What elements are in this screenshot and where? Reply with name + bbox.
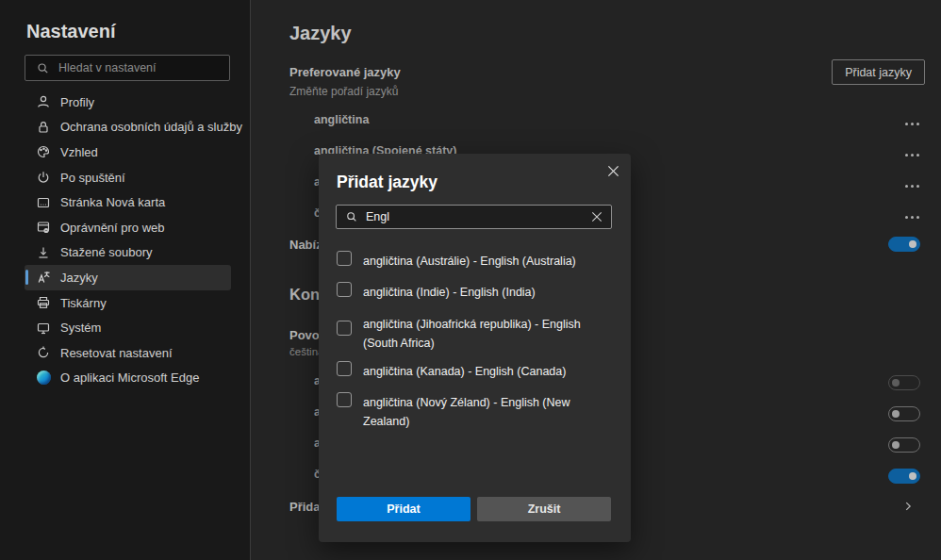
sidebar-item-vzhled[interactable]: Vzhled <box>25 140 231 165</box>
sidebar-item-nova-karta[interactable]: Stránka Nová karta <box>25 189 231 215</box>
sidebar-item-label: Profily <box>60 95 94 109</box>
offer-translation-toggle[interactable] <box>888 237 920 252</box>
sidebar-nav: Profily Ochrana osobních údajů a služby … <box>25 90 231 390</box>
download-icon <box>36 245 51 260</box>
sidebar-item-o-aplikaci[interactable]: O aplikaci Microsoft Edge <box>25 366 231 391</box>
sidebar-item-po-spusteni[interactable]: Po spuštění <box>25 165 231 190</box>
more-options-icon[interactable] <box>905 210 919 223</box>
sidebar-item-profily[interactable]: Profily <box>25 90 231 115</box>
language-option[interactable]: angličtina (Indie) - English (India) <box>337 283 606 302</box>
settings-search-box[interactable] <box>25 55 230 81</box>
language-row: angličtina <box>314 113 369 126</box>
sidebar-item-resetovat[interactable]: Resetovat nastavení <box>25 340 231 366</box>
sidebar-item-ochrana-udaju[interactable]: Ochrana osobních údajů a služby <box>25 115 231 140</box>
spellcheck-toggle[interactable] <box>888 437 920 453</box>
lock-icon <box>36 120 51 135</box>
close-icon[interactable] <box>604 162 621 179</box>
sidebar-item-jazyky[interactable]: Jazyky <box>25 265 231 290</box>
language-option[interactable]: angličtina (Jihoafrická republika) - Eng… <box>337 315 606 353</box>
dialog-search-input[interactable] <box>366 210 584 223</box>
language-option-label: angličtina (Jihoafrická republika) - Eng… <box>363 315 606 353</box>
power-icon <box>36 170 51 185</box>
sidebar-item-label: O aplikaci Microsoft Edge <box>60 371 199 385</box>
clear-search-icon[interactable] <box>591 211 603 222</box>
edge-settings-window: Nastavení Profily <box>0 0 941 560</box>
sidebar-item-label: Oprávnění pro web <box>60 221 165 235</box>
spellcheck-toggle[interactable] <box>888 469 920 484</box>
sidebar-item-label: Systém <box>60 321 101 335</box>
dialog-cancel-button[interactable]: Zrušit <box>477 497 611 521</box>
language-option[interactable]: angličtina (Austrálie) - English (Austra… <box>337 252 606 271</box>
add-languages-dialog: Přidat jazyky angličtina (Austrálie) - E… <box>319 154 631 542</box>
printer-icon <box>36 295 51 310</box>
sidebar-item-stazene-soubory[interactable]: Stažené soubory <box>25 240 231 266</box>
search-icon <box>345 210 358 223</box>
site-permissions-icon <box>36 220 51 235</box>
checkbox[interactable] <box>337 392 352 407</box>
language-option-label: angličtina (Nový Zéland) - English (New … <box>363 393 606 431</box>
more-options-icon[interactable] <box>905 117 919 130</box>
page-title: Jazyky <box>289 23 352 44</box>
checkbox[interactable] <box>337 282 352 297</box>
settings-search-input[interactable] <box>58 61 220 74</box>
checkbox[interactable] <box>337 321 352 336</box>
checkbox[interactable] <box>337 361 352 376</box>
palette-icon <box>36 144 51 159</box>
chevron-right-icon[interactable] <box>901 500 915 517</box>
preferred-languages-heading: Preferované jazyky <box>289 65 401 79</box>
language-option[interactable]: angličtina (Nový Zéland) - English (New … <box>337 393 606 431</box>
sidebar-item-label: Po spuštění <box>60 171 125 185</box>
spellcheck-heading: Kon <box>289 286 320 304</box>
new-tab-page-icon <box>36 195 51 210</box>
person-icon <box>36 94 51 109</box>
edge-logo-icon <box>36 371 51 386</box>
dialog-add-button[interactable]: Přidat <box>337 497 470 521</box>
dialog-search-box[interactable] <box>336 205 612 229</box>
add-languages-button[interactable]: Přidat jazyky <box>832 59 925 85</box>
sidebar-item-label: Ochrana osobních údajů a služby <box>60 120 242 134</box>
search-icon <box>35 60 50 75</box>
language-option-label: angličtina (Indie) - English (India) <box>363 283 606 302</box>
sidebar-item-system[interactable]: Systém <box>25 315 231 340</box>
checkbox[interactable] <box>337 251 352 266</box>
reset-icon <box>36 345 51 360</box>
sidebar-item-tiskarny[interactable]: Tiskárny <box>25 290 231 316</box>
preferred-languages-subheading: Změňte pořadí jazyků <box>289 85 398 98</box>
language-option[interactable]: angličtina (Kanada) - English (Canada) <box>337 362 606 381</box>
spellcheck-toggle[interactable] <box>888 406 920 421</box>
sidebar-item-label: Tiskárny <box>60 296 107 310</box>
sidebar-item-label: Jazyky <box>60 271 98 285</box>
settings-sidebar: Nastavení Profily <box>0 0 251 560</box>
language-option-label: angličtina (Kanada) - English (Canada) <box>363 362 606 381</box>
dialog-title: Přidat jazyky <box>337 173 437 192</box>
sidebar-item-label: Resetovat nastavení <box>60 346 173 360</box>
more-options-icon[interactable] <box>905 179 919 192</box>
sidebar-item-label: Vzhled <box>60 145 98 159</box>
more-options-icon[interactable] <box>905 148 919 161</box>
monitor-icon <box>36 321 51 336</box>
language-option-label: angličtina (Austrálie) - English (Austra… <box>363 252 606 271</box>
sidebar-item-label: Stažené soubory <box>60 245 153 259</box>
sidebar-item-opravneni-web[interactable]: Oprávnění pro web <box>25 215 231 240</box>
spellcheck-toggle[interactable] <box>888 375 920 390</box>
translate-icon <box>36 270 51 285</box>
sidebar-item-label: Stránka Nová karta <box>60 195 165 209</box>
offer-translation-label: Nabíz <box>289 238 322 252</box>
settings-title: Nastavení <box>26 21 116 42</box>
